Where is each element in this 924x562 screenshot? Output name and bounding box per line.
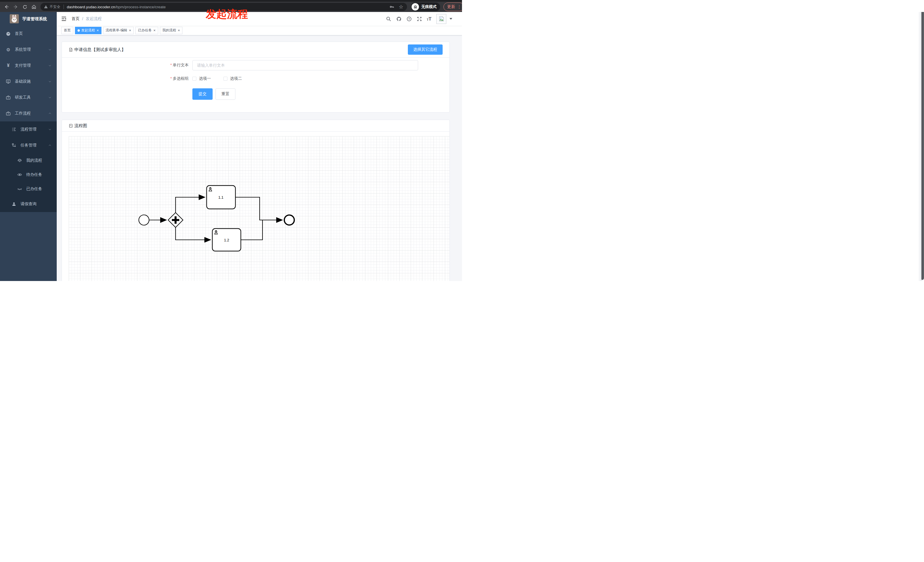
form-actions-row: 提交 重置 [62,88,450,100]
checkbox-option-1[interactable]: 选项一 [192,76,211,81]
flow-edge-gateway-task2[interactable] [176,228,210,240]
back-icon[interactable] [3,3,10,10]
sidebar-item-leave-query[interactable]: 请假查询 [0,196,57,212]
sidebar: 芋道管理系统 首页 ⚙ 系统管理 ¥ 支付管理 基础设施 [0,12,57,281]
tab-start-process[interactable]: 发起流程 × [75,27,102,34]
password-key-icon[interactable] [389,4,394,9]
single-line-text-input[interactable] [192,60,418,70]
close-icon[interactable]: × [129,28,131,32]
sidebar-item-label: 待办任务 [26,172,42,177]
flow-diagram-card: 流程图 [62,120,450,281]
sidebar-item-label: 支付管理 [15,63,31,68]
sidebar-logo[interactable]: 芋道管理系统 [0,12,57,25]
dashboard-icon [6,31,11,36]
tab-label: 我的流程 [162,28,176,33]
sidebar-item-label: 研发工具 [15,95,31,100]
checkbox-icon[interactable] [192,76,196,81]
toolbox-icon [6,95,11,100]
security-warning-icon[interactable] [44,5,48,9]
search-icon[interactable] [386,16,392,22]
sidebar-item-devtools[interactable]: 研发工具 [0,90,57,105]
yen-icon: ¥ [6,63,11,68]
sidebar-item-label: 工作流程 [15,111,31,116]
sidebar-item-workflow[interactable]: 工作流程 [0,105,57,121]
sidebar-collapse-icon[interactable] [61,16,67,22]
security-label[interactable]: 不安全 [50,4,60,9]
breadcrumb: 首页 / 发起流程 [72,16,102,21]
reset-button[interactable]: 重置 [216,88,236,100]
person-icon [11,201,16,207]
breadcrumb-current: 发起流程 [86,16,102,21]
submit-button[interactable]: 提交 [192,88,213,100]
chevron-up-icon [48,112,52,115]
home-icon[interactable] [30,3,38,10]
sidebar-item-my-process[interactable]: 我的流程 [0,153,57,168]
task-label: 1.1 [218,195,224,199]
bpmn-canvas[interactable]: 1.1 1.2 [69,136,450,281]
required-mark: * [170,63,172,67]
fullscreen-icon[interactable] [417,16,422,22]
tab-home[interactable]: 首页 [61,27,73,34]
tags-view: 首页 发起流程 × 流程表单-编辑 × 已办任务 × 我的流程 × [57,25,462,35]
sidebar-item-pay[interactable]: ¥ 支付管理 [0,58,57,73]
flow-edge-gateway-task1[interactable] [176,197,205,213]
flow-edge-task2-join[interactable] [241,220,262,240]
sidebar-item-label: 首页 [15,31,23,36]
github-icon[interactable] [396,16,402,22]
sidebar-item-task-mgmt[interactable]: 任务管理 [0,137,57,153]
sidebar-item-label: 任务管理 [21,143,36,148]
document-icon [69,48,73,52]
eye-icon [17,172,22,177]
checkbox-option-label: 选项一 [199,76,211,81]
bpmn-end-event[interactable] [285,215,294,225]
bpmn-parallel-gateway[interactable] [168,213,183,228]
select-other-process-button[interactable]: 选择其它流程 [408,45,442,55]
text-field-row: *单行文本 [62,60,450,70]
sidebar-item-todo-tasks[interactable]: 待办任务 [0,168,57,182]
apply-info-title-text: 申请信息【测试多审批人】 [74,47,126,52]
breadcrumb-home[interactable]: 首页 [72,16,80,21]
checkbox-icon[interactable] [224,76,227,81]
close-icon[interactable]: × [178,28,180,32]
checkbox-field-row: *多选框组 选项一 选项二 [62,76,450,81]
logo-avatar [10,14,19,23]
help-icon[interactable]: ? [406,16,412,22]
forward-icon[interactable] [12,3,20,10]
sidebar-item-done-tasks[interactable]: 已办任务 [0,182,57,196]
browser-menu-icon[interactable]: ⋮ [457,4,461,9]
bpmn-start-event[interactable] [139,215,149,225]
avatar[interactable] [436,14,446,24]
bpmn-user-task-1-1[interactable]: 1.1 [207,186,236,209]
sidebar-item-label: 流程管理 [21,127,36,132]
bookmark-star-icon[interactable]: ☆ [399,4,404,9]
gear-icon: ⚙ [6,47,11,52]
sidebar-item-system[interactable]: ⚙ 系统管理 [0,42,57,58]
checkbox-group: 选项一 选项二 [192,76,242,81]
sidebar-item-label: 请假查询 [21,201,36,207]
avatar-caret-icon[interactable] [450,18,452,19]
top-navbar: 首页 / 发起流程 ? TT [57,12,462,25]
tab-my-process[interactable]: 我的流程 × [160,27,183,34]
sidebar-item-infra[interactable]: 基础设施 [0,73,57,90]
tab-done-tasks[interactable]: 已办任务 × [135,27,158,34]
checkbox-option-2[interactable]: 选项二 [224,76,242,81]
flow-diagram-title: 流程图 [69,123,87,129]
sidebar-item-process-mgmt[interactable]: 流程管理 [0,121,57,137]
chevron-down-icon [48,80,52,83]
checkbox-field-label: *多选框组 [62,76,189,81]
sidebar-item-home[interactable]: 首页 [0,25,57,42]
flow-edge-task1-end[interactable] [236,197,282,220]
url-domain: dashboard.yudao.iocoder.cn [67,5,116,9]
incognito-badge: 无痕模式 [411,3,440,11]
font-size-icon[interactable]: TT [427,16,432,21]
url-text[interactable]: dashboard.yudao.iocoder.cn/bpm/process-i… [67,5,166,9]
update-button[interactable]: 更新 ⋮ [444,3,462,11]
bpmn-diagram: 1.1 1.2 [69,136,450,281]
reload-icon[interactable] [21,3,28,10]
close-icon[interactable]: × [153,28,156,32]
close-icon[interactable]: × [97,28,99,32]
tab-form-edit[interactable]: 流程表单-编辑 × [103,27,134,34]
omnibox-separator [63,4,64,9]
bpmn-user-task-1-2[interactable]: 1.2 [212,229,241,251]
breadcrumb-separator: / [82,16,83,21]
